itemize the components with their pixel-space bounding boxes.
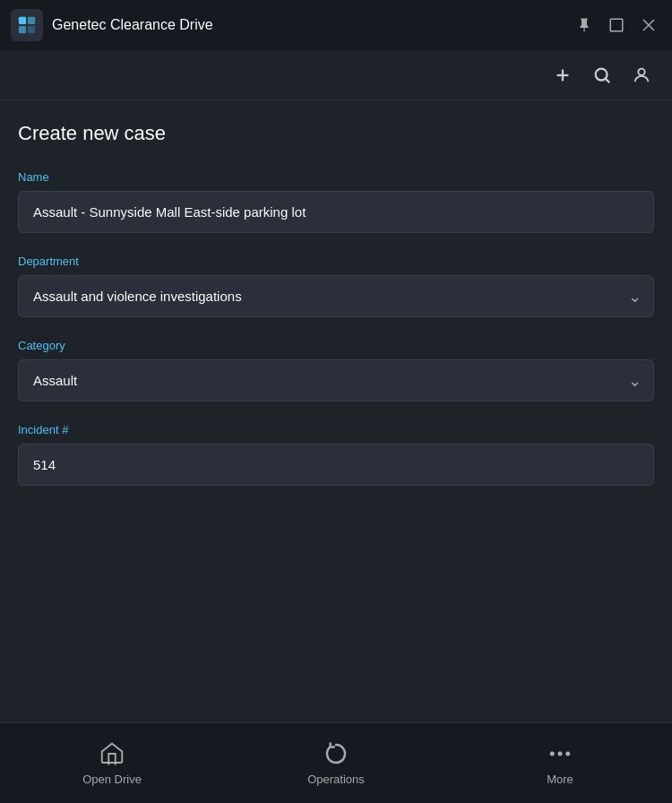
add-button[interactable] (547, 59, 579, 91)
name-input[interactable] (18, 191, 654, 233)
category-label: Category (18, 339, 654, 352)
incident-label: Incident # (18, 423, 654, 436)
title-bar: Genetec Clearance Drive (0, 0, 672, 50)
category-select[interactable]: Assault Homicide Robbery Fraud (18, 359, 654, 402)
department-form-group: Department Assault and violence investig… (18, 255, 654, 317)
search-button[interactable] (586, 59, 618, 91)
svg-point-9 (596, 68, 607, 80)
bottom-nav: Open Drive Operations More (0, 722, 672, 803)
app-title-text: Genetec Clearance Drive (52, 17, 563, 33)
svg-rect-3 (28, 26, 35, 33)
nav-more[interactable]: More (448, 731, 672, 795)
incident-input[interactable] (18, 444, 654, 486)
toolbar (0, 50, 672, 100)
department-label: Department (18, 255, 654, 268)
pin-button[interactable] (572, 13, 597, 38)
page-title: Create new case (18, 122, 654, 145)
svg-point-13 (558, 752, 563, 756)
open-drive-label: Open Drive (82, 773, 142, 786)
app-logo (11, 9, 43, 41)
incident-form-group: Incident # (18, 423, 654, 486)
name-label: Name (18, 170, 654, 184)
department-select[interactable]: Assault and violence investigations Homi… (18, 275, 654, 317)
profile-button[interactable] (625, 59, 658, 91)
department-select-wrapper: Assault and violence investigations Homi… (18, 275, 654, 317)
svg-point-14 (565, 752, 570, 756)
svg-point-12 (550, 752, 555, 756)
title-bar-controls (572, 13, 661, 38)
nav-operations[interactable]: Operations (224, 731, 448, 795)
svg-line-10 (606, 79, 609, 82)
svg-point-11 (638, 68, 644, 74)
category-form-group: Category Assault Homicide Robbery Fraud … (18, 339, 654, 402)
name-form-group: Name (18, 170, 654, 233)
svg-rect-0 (19, 17, 26, 24)
nav-open-drive[interactable]: Open Drive (0, 731, 224, 795)
svg-rect-2 (19, 26, 26, 33)
more-label: More (547, 773, 573, 786)
svg-rect-4 (610, 19, 623, 31)
category-select-wrapper: Assault Homicide Robbery Fraud ⌄ (18, 359, 654, 402)
operations-label: Operations (307, 773, 365, 786)
close-button[interactable] (636, 13, 661, 38)
svg-rect-1 (28, 17, 35, 24)
main-content: Create new case Name Department Assault … (0, 100, 672, 722)
restore-button[interactable] (604, 13, 629, 38)
